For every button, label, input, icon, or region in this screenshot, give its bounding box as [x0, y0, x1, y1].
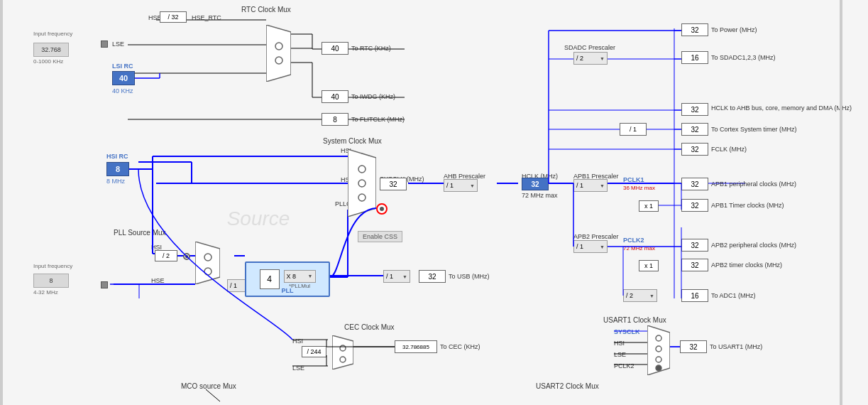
cortex-timer-label: To Cortex System timer (MHz) [711, 126, 797, 133]
usart1-val-box: 32 [680, 340, 707, 353]
input-freq-val1[interactable]: 32.768 [33, 43, 69, 57]
svg-line-84 [206, 389, 220, 401]
hclk-72mhz: 72 MHz max [522, 192, 558, 199]
pll-source-mux[interactable] [195, 242, 220, 284]
lsi-40khz: 40 KHz [112, 87, 133, 94]
usb-div-val: / 1 [386, 273, 393, 280]
rtc-clock-mux-title: RTC Clock Mux [241, 6, 291, 14]
usart1-label: To USART1 (MHz) [710, 343, 762, 350]
apb2-div-dropdown[interactable]: / 1 ▼ [573, 240, 608, 253]
iwdg-label: To IWDG (KHz) [351, 93, 395, 100]
svg-point-50 [656, 346, 661, 352]
pll-hsi-radio[interactable] [183, 253, 190, 260]
lsi-rc-value: 40 [112, 71, 135, 85]
usart1-hsi-label: HSI [614, 340, 625, 347]
apb1-36mhz: 36 MHz max [623, 185, 655, 191]
cec-mux[interactable] [332, 335, 353, 369]
sysclk-val-box: 32 [380, 178, 407, 190]
svg-point-51 [656, 357, 661, 362]
fclk-val: 32 [681, 143, 708, 156]
usart1-sysclk-label: SYSCLK [614, 328, 640, 335]
left-border [0, 0, 3, 405]
apb2-div-arrow: ▼ [600, 244, 605, 249]
mco-source-mux-title: MCO source Mux [181, 382, 236, 390]
apb1-div-val: / 1 [576, 182, 583, 189]
hclk-val-box: 32 [522, 178, 549, 190]
pll-input-val: 4 [260, 269, 280, 289]
usart1-pclk2-label: PCLK2 [614, 362, 634, 369]
system-mux[interactable] [348, 149, 376, 217]
svg-point-44 [204, 268, 211, 275]
hsi-div2-box: / 2 [155, 250, 177, 261]
input-freq-range1: 0-1000 KHz [33, 58, 63, 65]
usb-div-arrow: ▼ [402, 274, 407, 279]
hse-rtc-label: HSE_RTC [192, 14, 221, 21]
adc-div-dropdown[interactable]: / 2 ▼ [623, 289, 657, 302]
usb-div-dropdown[interactable]: / 1 ▼ [383, 270, 410, 283]
pll-box: 4 X 8 ▼ *PLLMul PLL [245, 261, 330, 297]
flitclk-val-box: 8 [322, 113, 348, 126]
apb2-72mhz: 72 MHz max [623, 245, 655, 252]
cortex-div-box: / 1 [620, 123, 647, 136]
sdadc-div-arrow: ▼ [600, 56, 605, 61]
apb1-div-arrow: ▼ [600, 183, 605, 188]
apb2-div-val: / 1 [576, 243, 583, 250]
apb1-timer-val: 32 [681, 199, 708, 212]
usart1-lse-label: LSE [614, 351, 626, 358]
cec-clock-mux-title: CEC Clock Mux [344, 323, 395, 331]
div32-box: / 32 [160, 11, 187, 23]
input-freq-val2[interactable]: 8 [33, 274, 69, 288]
usart2-clock-mux-title: USART2 Clock Mux [536, 382, 599, 390]
power-label: To Power (MHz) [711, 26, 757, 33]
apb1-timer-label: APB1 Timer clocks (MHz) [711, 202, 784, 209]
svg-point-52 [656, 365, 661, 371]
apb2-periph-label: APB2 peripheral clocks (MHz) [711, 242, 796, 249]
hsi-rc-label: HSI RC [106, 153, 128, 160]
pll-mul-dropdown[interactable]: X 8 ▼ [284, 270, 316, 283]
input-freq-label2: Input frequency [33, 263, 72, 269]
cec-hsi-label: HSI [292, 338, 303, 345]
right-border [840, 0, 842, 405]
power-val-box: 32 [681, 23, 708, 36]
ahb-div-dropdown[interactable]: / 1 ▼ [444, 179, 478, 192]
pll-source-mux-title: PLL Source Mux [114, 229, 166, 237]
usb-val-box: 32 [419, 270, 446, 283]
pll-mul-arrow: ▼ [308, 274, 313, 279]
usb-label: To USB (MHz) [449, 273, 490, 280]
apb1-x1-box: x 1 [639, 200, 659, 212]
input-freq-range2: 4-32 MHz [33, 289, 58, 296]
svg-marker-35 [266, 25, 291, 82]
hse-label-pll: HSE [151, 277, 165, 284]
sdadc-val-box: 16 [681, 51, 708, 64]
hsi-rc-value: 8 [106, 162, 129, 176]
iwdg-val-box: 40 [322, 90, 348, 103]
svg-marker-42 [195, 242, 220, 284]
fclk-label: FCLK (MHz) [711, 146, 747, 153]
apb2-timer-label: APB2 timer clocks (MHz) [711, 261, 782, 269]
cec-lse-label: LSE [292, 364, 304, 372]
sdadc-label: To SDADC1,2,3 (MHz) [711, 54, 776, 61]
system-clock-mux-title: System Clock Mux [323, 137, 382, 145]
svg-point-41 [358, 194, 366, 201]
rtc-mux[interactable] [266, 25, 291, 82]
usart1-mux[interactable] [647, 325, 670, 375]
apb2-timer-val: 32 [681, 259, 708, 271]
hse-input-square [101, 281, 108, 288]
ahb-div-val: / 1 [446, 182, 454, 189]
cec-label: To CEC (KHz) [440, 343, 480, 350]
enable-css-btn[interactable]: Enable CSS [358, 231, 402, 242]
input-freq-label1: Input frequency [33, 31, 72, 37]
pll-mul-val: X 8 [287, 273, 297, 280]
svg-point-47 [340, 357, 346, 362]
pll-label: PLL [282, 287, 294, 294]
pclk2-label: PCLK2 [623, 237, 644, 244]
apb1-div-dropdown[interactable]: / 1 ▼ [573, 179, 608, 192]
sdadc-div-dropdown[interactable]: / 2 ▼ [573, 52, 608, 65]
usart1-clock-mux-title: USART1 Clock Mux [603, 316, 666, 324]
apb2-prescaler-label: APB2 Prescaler [573, 233, 619, 240]
cec-val-box: 32.786885 [395, 340, 437, 353]
rtc-label: To RTC (KHz) [351, 45, 391, 52]
sdadc-div-val: / 2 [576, 55, 583, 62]
flitclk-label: To FLITCLK (MHz) [351, 116, 405, 123]
cortex-val: 32 [681, 123, 708, 136]
